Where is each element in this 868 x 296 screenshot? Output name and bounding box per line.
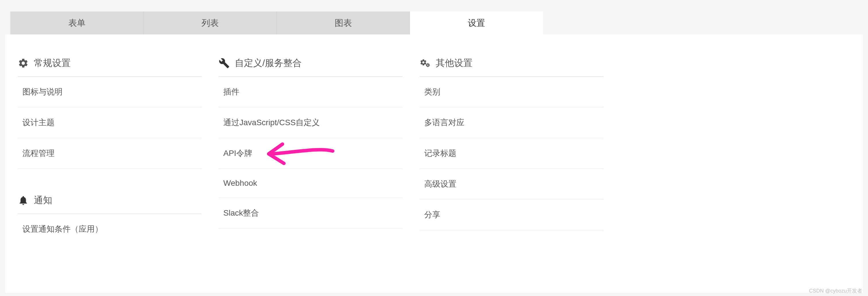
svg-point-1	[427, 65, 428, 66]
tab-label: 列表	[202, 17, 219, 29]
item-label: 设计主题	[22, 118, 55, 127]
section-header-notifications: 通知	[18, 189, 202, 214]
section-header-general: 常规设置	[18, 52, 202, 77]
tab-settings[interactable]: 设置	[410, 11, 543, 34]
item-label: 类别	[424, 87, 440, 96]
section-title: 其他设置	[436, 57, 472, 69]
bell-icon	[18, 195, 29, 206]
item-notification-conditions[interactable]: 设置通知条件（应用）	[18, 214, 202, 244]
item-label: 流程管理	[22, 149, 55, 158]
item-label: 分享	[424, 210, 440, 219]
settings-content: 常规设置 图标与说明 设计主题 流程管理 通知 设置通知条件（应用）	[5, 34, 863, 293]
watermark: CSDN @cybozu开发者	[809, 287, 862, 294]
annotation-arrow	[262, 139, 337, 168]
item-label: Slack整合	[223, 208, 259, 217]
tab-bar: 表单 列表 图表 设置	[10, 11, 868, 34]
section-title: 常规设置	[34, 57, 71, 69]
item-icon-description[interactable]: 图标与说明	[18, 77, 202, 107]
item-label: 高级设置	[424, 179, 456, 188]
item-record-title[interactable]: 记录标题	[420, 138, 603, 169]
item-label: 插件	[223, 87, 239, 96]
section-header-other: 其他设置	[420, 52, 603, 77]
wrench-icon	[219, 58, 229, 69]
item-slack-integration[interactable]: Slack整合	[219, 198, 402, 229]
item-label: 图标与说明	[22, 87, 63, 96]
item-api-token[interactable]: API令牌	[219, 138, 402, 169]
item-process-management[interactable]: 流程管理	[18, 138, 202, 169]
tab-label: 设置	[468, 17, 485, 29]
item-label: Webhook	[223, 179, 257, 187]
item-js-css-customize[interactable]: 通过JavaScript/CSS自定义	[219, 107, 402, 138]
tab-form[interactable]: 表单	[10, 11, 144, 34]
item-label: 多语言对应	[424, 118, 464, 127]
gears-icon	[420, 58, 431, 69]
item-webhook[interactable]: Webhook	[219, 169, 402, 198]
item-category[interactable]: 类别	[420, 77, 603, 107]
item-label: 设置通知条件（应用）	[22, 225, 103, 233]
tab-label: 图表	[335, 17, 352, 29]
tab-chart[interactable]: 图表	[277, 11, 410, 34]
section-title: 通知	[34, 194, 52, 207]
item-share[interactable]: 分享	[420, 200, 603, 230]
tab-list[interactable]: 列表	[144, 11, 277, 34]
item-plugins[interactable]: 插件	[219, 77, 402, 107]
item-label: 通过JavaScript/CSS自定义	[223, 118, 320, 127]
section-title: 自定义/服务整合	[235, 57, 302, 69]
item-design-theme[interactable]: 设计主题	[18, 107, 202, 138]
gear-icon	[18, 58, 29, 69]
item-multilanguage[interactable]: 多语言对应	[420, 107, 603, 138]
tab-label: 表单	[68, 17, 86, 29]
section-header-custom: 自定义/服务整合	[219, 52, 402, 77]
item-label: 记录标题	[424, 149, 456, 158]
item-advanced-settings[interactable]: 高级设置	[420, 169, 603, 200]
item-label: API令牌	[223, 149, 252, 158]
